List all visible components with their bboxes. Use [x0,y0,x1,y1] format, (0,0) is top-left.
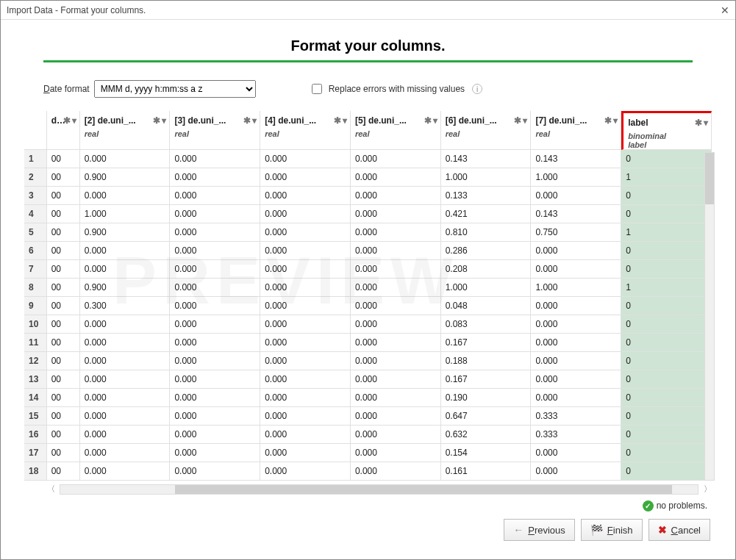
column-name: [4] de.uni_... [265,115,316,126]
column-header[interactable]: de.uni_...✱▾ [47,111,80,150]
column-header[interactable]: [2] de.uni_...✱▾real [80,111,171,150]
column-header[interactable]: [3] de.uni_...✱▾real [170,111,260,150]
data-cell: 0.000 [80,352,171,370]
row-number: 3 [24,187,47,205]
data-cell: 0.000 [531,334,621,352]
table-row: 17000.0000.0000.0000.0000.1540.0000 [24,444,712,462]
data-cell: 0.000 [170,389,260,407]
gear-icon[interactable]: ✱ [695,118,702,128]
data-cell: 0.000 [80,389,171,407]
data-cell: 0 [621,334,712,352]
data-cell: 1 [621,279,712,297]
data-cell: 0.000 [531,260,621,279]
chevron-down-icon[interactable]: ▾ [523,115,527,126]
column-type: real [355,129,436,138]
data-cell: 0.000 [260,426,351,444]
data-cell: 0.190 [441,389,532,407]
gear-icon[interactable]: ✱ [334,115,341,126]
data-cell: 00 [47,352,80,370]
data-cell: 0.000 [80,187,171,205]
arrow-left-icon: ← [513,524,524,536]
scroll-right-icon[interactable]: 〉 [703,484,712,495]
finish-button[interactable]: 🏁Finish [581,519,643,541]
data-cell: 0.000 [80,260,171,279]
status-text: no problems. [657,500,707,511]
replace-errors-checkbox[interactable] [312,84,322,94]
data-cell: 00 [47,444,80,462]
data-cell: 00 [47,407,80,426]
data-cell: 0 [621,407,712,426]
scroll-left-icon[interactable]: 〈 [46,484,55,495]
data-cell: 0.000 [531,389,621,407]
date-format-select[interactable]: MMM d, yyyy h:mm:ss a z [94,80,256,98]
data-cell: 0.632 [441,426,532,444]
gear-icon[interactable]: ✱ [604,115,612,126]
row-number: 14 [24,389,47,407]
data-cell: 0.000 [260,150,351,168]
cancel-button[interactable]: ✖Cancel [649,519,710,541]
data-cell: 0.167 [441,334,532,352]
data-cell: 00 [47,260,80,279]
column-header[interactable]: [5] de.uni_...✱▾real [351,111,441,150]
data-cell: 0.421 [441,205,532,223]
data-cell: 0 [621,205,712,223]
data-cell: 0.300 [80,297,171,315]
table-row: 13000.0000.0000.0000.0000.1670.0000 [24,370,712,389]
window-title: Import Data - Format your columns. [7,5,146,15]
window-titlebar: Import Data - Format your columns. ✕ [1,1,735,20]
gear-icon[interactable]: ✱ [243,115,251,126]
column-header[interactable]: [7] de.uni_...✱▾real [531,111,621,150]
data-cell: 0 [621,187,712,205]
chevron-down-icon[interactable]: ▾ [704,118,708,128]
chevron-down-icon[interactable]: ▾ [613,115,618,126]
data-cell: 00 [47,205,80,223]
data-cell: 0.000 [260,279,351,297]
gear-icon[interactable]: ✱ [153,115,160,126]
data-cell: 0.000 [260,187,351,205]
gear-icon[interactable]: ✱ [63,115,71,126]
info-icon[interactable]: i [472,84,482,94]
column-role: label [628,140,707,149]
column-name: [6] de.uni_... [446,115,497,126]
data-cell: 0.000 [80,444,171,462]
column-header[interactable]: [6] de.uni_...✱▾real [441,111,532,150]
chevron-down-icon[interactable]: ▾ [72,115,76,126]
table-row: 4001.0000.0000.0000.0000.4210.1430 [24,205,712,223]
data-cell: 0.000 [260,444,351,462]
data-cell: 0.161 [441,462,532,481]
table-row: 5000.9000.0000.0000.0000.8100.7501 [24,223,712,242]
data-cell: 0 [621,242,712,260]
gear-icon[interactable]: ✱ [514,115,521,126]
chevron-down-icon[interactable]: ▾ [162,115,166,126]
page-title: Format your columns. [14,37,722,54]
data-cell: 0.000 [351,370,441,389]
chevron-down-icon[interactable]: ▾ [433,115,437,126]
chevron-down-icon[interactable]: ▾ [252,115,257,126]
row-number: 11 [24,334,47,352]
data-cell: 1.000 [441,168,532,187]
gear-icon[interactable]: ✱ [424,115,432,126]
data-cell: 0.900 [80,223,171,242]
data-cell: 0 [621,389,712,407]
data-cell: 0.000 [80,426,171,444]
column-header[interactable]: [4] de.uni_...✱▾real [260,111,351,150]
data-cell: 0.810 [441,223,532,242]
row-number: 12 [24,352,47,370]
table-row: 10000.0000.0000.0000.0000.0830.0000 [24,315,712,334]
previous-button[interactable]: ←Previous [504,519,575,541]
table-row: 18000.0000.0000.0000.0000.1610.0000 [24,462,712,481]
data-cell: 00 [47,150,80,168]
data-cell: 0.000 [351,426,441,444]
vertical-scrollbar[interactable] [704,152,715,481]
chevron-down-icon[interactable]: ▾ [343,115,347,126]
horizontal-scrollbar[interactable]: 〈 〉 [46,484,712,495]
data-cell: 0 [621,260,712,279]
data-cell: 0.000 [351,389,441,407]
data-cell: 0.000 [80,370,171,389]
column-type: real [535,129,616,138]
data-cell: 0.133 [441,187,532,205]
row-number: 1 [24,150,47,168]
close-icon[interactable]: ✕ [721,4,729,16]
data-cell: 0.000 [170,407,260,426]
column-header[interactable]: label✱▾binominallabel [621,111,712,150]
